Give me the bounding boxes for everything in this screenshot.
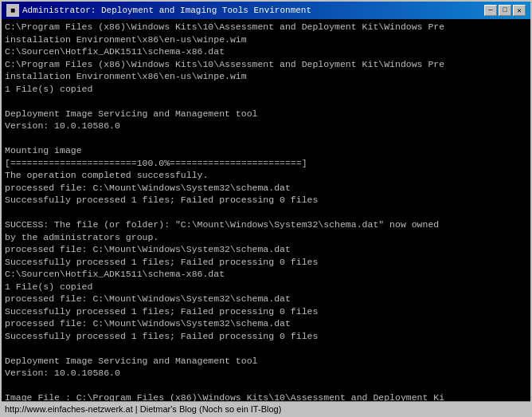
title-bar: ■ Administrator: Deployment and Imaging … <box>2 2 530 19</box>
console-line: installation Environment\x86\en-us\winpe… <box>5 70 527 83</box>
console-line: processed file: C:\Mount\Windows\System3… <box>5 317 527 330</box>
console-line: Version: 10.0.10586.0 <box>5 120 527 132</box>
title-bar-left: ■ Administrator: Deployment and Imaging … <box>6 4 311 17</box>
console-line: The operation completed successfully. <box>5 169 527 182</box>
status-text: http://www.einfaches-netzwerk.at | Dietm… <box>5 404 281 414</box>
console-line: 1 File(s) copied <box>5 83 527 96</box>
console-output: C:\Program Files (x86)\Windows Kits\10\A… <box>2 19 530 401</box>
close-button[interactable]: ✕ <box>513 5 526 16</box>
console-line <box>5 132 527 145</box>
console-line <box>5 207 527 219</box>
console-line: C:\Sourcen\Hotfix_ADK1511\schema-x86.dat <box>5 268 527 281</box>
window-title: Administrator: Deployment and Imaging To… <box>22 6 311 15</box>
status-bar: http://www.einfaches-netzwerk.at | Dietm… <box>2 401 530 415</box>
title-buttons[interactable]: ─ □ ✕ <box>484 5 526 16</box>
console-line <box>5 95 527 108</box>
console-line: installation Environment\x86\en-us\winpe… <box>5 33 527 46</box>
console-line: C:\Program Files (x86)\Windows Kits\10\A… <box>5 58 527 71</box>
maximize-button[interactable]: □ <box>499 5 511 16</box>
console-line: Image File : C:\Program Files (x86)\Wind… <box>5 391 527 401</box>
console-line: Successfully processed 1 files; Failed p… <box>5 330 527 343</box>
console-line: Successfully processed 1 files; Failed p… <box>5 305 527 318</box>
console-line: Deployment Image Servicing and Managemen… <box>5 355 527 368</box>
console-line: Mounting image <box>5 144 527 157</box>
console-line: Version: 10.0.10586.0 <box>5 367 527 380</box>
console-line: Successfully processed 1 files; Failed p… <box>5 256 527 269</box>
console-line <box>5 380 527 392</box>
console-line: Deployment Image Servicing and Managemen… <box>5 108 527 120</box>
minimize-button[interactable]: ─ <box>484 5 497 16</box>
window-icon: ■ <box>6 4 19 17</box>
console-line: C:\Sourcen\Hotfix_ADK1511\schema-x86.dat <box>5 45 527 58</box>
console-line: by the administrators group. <box>5 231 527 244</box>
console-line: processed file: C:\Mount\Windows\System3… <box>5 293 527 305</box>
main-window: ■ Administrator: Deployment and Imaging … <box>0 0 532 417</box>
console-line: [=======================100.0%==========… <box>5 157 527 170</box>
console-line: processed file: C:\Mount\Windows\System3… <box>5 182 527 195</box>
console-line: C:\Program Files (x86)\Windows Kits\10\A… <box>5 21 527 33</box>
console-line: processed file: C:\Mount\Windows\System3… <box>5 243 527 256</box>
console-line: SUCCESS: The file (or folder): "C:\Mount… <box>5 218 527 231</box>
console-line <box>5 342 527 355</box>
console-line: Successfully processed 1 files; Failed p… <box>5 194 527 207</box>
console-line: 1 File(s) copied <box>5 281 527 293</box>
